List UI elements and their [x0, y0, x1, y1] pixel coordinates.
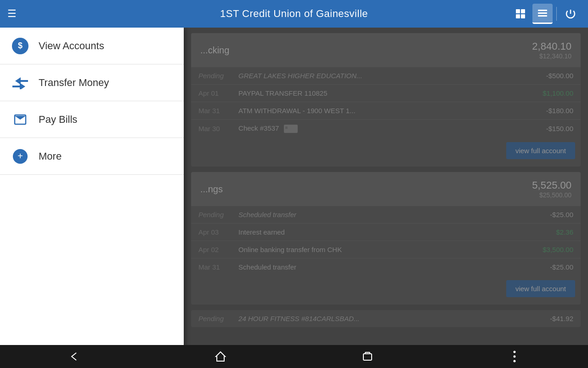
home-icon	[214, 350, 227, 363]
app-header: ☰ 1ST Credit Union of Gainesville	[0, 0, 588, 28]
svg-point-14	[514, 351, 516, 353]
svg-marker-10	[15, 116, 26, 120]
sidebar-item-more[interactable]: + More	[0, 138, 184, 175]
sidebar-item-transfer-money[interactable]: Transfer Money	[0, 64, 184, 101]
bottom-nav-bar	[0, 345, 588, 368]
recents-button[interactable]	[354, 347, 381, 366]
header-left: ☰	[7, 9, 26, 19]
app-title: 1ST Credit Union of Gainesville	[220, 8, 368, 20]
header-right	[510, 4, 581, 24]
pay-bills-icon	[11, 110, 29, 129]
sidebar: $ View Accounts Transfer Money Pay Bills	[0, 28, 184, 368]
home-button[interactable]	[207, 347, 234, 366]
svg-rect-0	[516, 9, 520, 13]
hamburger-icon[interactable]: ☰	[7, 9, 17, 19]
svg-marker-11	[216, 352, 225, 361]
transfer-money-label: Transfer Money	[39, 77, 109, 89]
svg-rect-5	[538, 12, 547, 14]
sidebar-item-pay-bills[interactable]: Pay Bills	[0, 101, 184, 138]
svg-rect-1	[521, 9, 525, 13]
grid-icon	[515, 8, 526, 19]
view-accounts-label: View Accounts	[39, 40, 104, 52]
svg-point-15	[514, 356, 516, 358]
svg-marker-8	[12, 83, 25, 89]
transfer-money-icon	[11, 74, 29, 92]
view-accounts-icon: $	[11, 37, 29, 55]
svg-rect-13	[365, 352, 370, 354]
list-icon	[537, 8, 548, 19]
pay-bills-label: Pay Bills	[39, 114, 77, 126]
recents-icon	[361, 350, 374, 363]
list-view-button[interactable]	[532, 4, 553, 24]
main-layout: $ View Accounts Transfer Money Pay Bills	[0, 28, 588, 368]
header-divider	[556, 7, 557, 21]
svg-rect-12	[363, 354, 372, 360]
back-icon	[67, 350, 80, 363]
more-icon: +	[11, 147, 29, 166]
android-more-button[interactable]	[501, 347, 528, 366]
sidebar-item-view-accounts[interactable]: $ View Accounts	[0, 28, 184, 64]
svg-rect-3	[521, 14, 525, 18]
svg-rect-6	[538, 15, 547, 17]
power-button[interactable]	[560, 4, 581, 24]
back-button[interactable]	[60, 347, 87, 366]
power-icon	[565, 8, 576, 19]
vertical-dots-icon	[513, 350, 516, 363]
svg-rect-4	[538, 10, 547, 11]
svg-marker-7	[15, 77, 28, 85]
more-label: More	[39, 150, 62, 162]
svg-point-16	[514, 360, 516, 362]
svg-rect-2	[516, 14, 520, 18]
grid-view-button[interactable]	[510, 4, 531, 24]
